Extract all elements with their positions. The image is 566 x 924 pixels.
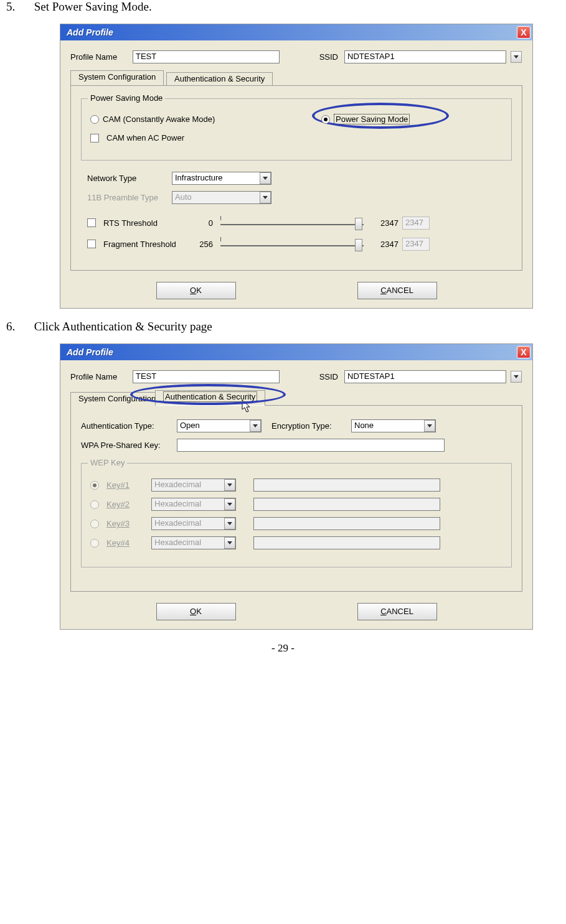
tab-system-configuration[interactable]: System Configuration [70, 70, 164, 86]
radio-psm-label: Power Saving Mode [334, 114, 410, 124]
step5-text: Set Power Saving Mode. [34, 0, 152, 13]
psm-group-legend: Power Saving Mode [88, 93, 165, 103]
auth-type-dropdown-button[interactable] [250, 420, 261, 432]
key1-label: Key#1 [106, 480, 148, 490]
key3-format-select: Hexadecimal [151, 517, 236, 530]
encryption-type-select[interactable]: None [351, 419, 436, 432]
tab-system-configuration[interactable]: System Configuration [70, 392, 164, 406]
key1-value-input [253, 478, 440, 492]
close-button[interactable]: X [517, 26, 531, 39]
key3-format-dropdown-button [224, 518, 235, 530]
authentication-type-select[interactable]: Open [177, 419, 262, 432]
title-bar: Add Profile X [60, 24, 532, 40]
radio-cam-label: CAM (Constantly Awake Mode) [103, 114, 215, 124]
network-type-label: Network Type [87, 174, 168, 183]
key2-value-input [253, 498, 440, 511]
close-button[interactable]: X [517, 346, 531, 358]
radio-key4 [90, 539, 99, 548]
radio-key2 [90, 500, 99, 509]
key4-format-dropdown-button [224, 537, 235, 549]
checkbox-fragment-threshold[interactable] [87, 240, 96, 248]
profile-name-input[interactable]: TEST [133, 370, 280, 383]
rts-threshold-slider[interactable] [220, 215, 364, 230]
add-profile-dialog-1: Add Profile X Profile Name TEST SSID NDT… [60, 24, 533, 309]
ssid-label: SSID [311, 52, 338, 62]
key3-label: Key#3 [106, 519, 148, 528]
profile-name-label: Profile Name [70, 52, 126, 62]
ssid-label: SSID [311, 372, 338, 381]
cam-ac-power-label: CAM when AC Power [106, 133, 184, 142]
authentication-security-panel: Authentication Type: Open Encryption Typ… [70, 405, 522, 592]
window-title: Add Profile [67, 347, 113, 357]
step6-text: Click Authentication & Security page [34, 320, 212, 333]
frag-value-label: 2347 [371, 240, 399, 249]
frag-value-box: 2347 [402, 238, 430, 251]
key4-value-input [253, 536, 440, 549]
key3-value-input [253, 517, 440, 530]
network-type-select[interactable]: Infrastructure [172, 172, 271, 185]
authentication-type-label: Authentication Type: [81, 421, 172, 431]
key2-format-dropdown-button [224, 498, 235, 510]
fragment-threshold-slider[interactable] [220, 236, 364, 251]
cancel-button[interactable]: CANCEL [357, 603, 437, 620]
rts-min-label: 0 [186, 218, 213, 228]
wpa-psk-label: WPA Pre-Shared Key: [81, 441, 172, 450]
frag-min-label: 256 [186, 240, 213, 249]
ssid-input[interactable]: NDTESTAP1 [344, 370, 506, 383]
key4-format-select: Hexadecimal [151, 536, 236, 549]
key4-label: Key#4 [106, 538, 148, 548]
key2-format-select: Hexadecimal [151, 498, 236, 511]
network-type-dropdown-button[interactable] [260, 172, 271, 184]
wep-group-legend: WEP Key [88, 458, 127, 467]
encryption-type-label: Encryption Type: [271, 421, 346, 431]
ok-button[interactable]: OK [156, 282, 236, 299]
radio-cam[interactable] [90, 115, 99, 124]
window-title: Add Profile [67, 27, 113, 37]
rts-value-box: 2347 [402, 217, 430, 230]
radio-power-saving-mode[interactable] [321, 115, 330, 124]
wep-key-group: WEP Key Key#1 Hexadecimal Key#2 Hexadeci… [81, 463, 512, 567]
add-profile-dialog-2: Add Profile X Profile Name TEST SSID NDT… [60, 343, 533, 630]
ok-button[interactable]: OK [156, 603, 236, 620]
rts-threshold-label: RTS Threshold [103, 218, 182, 228]
cancel-button[interactable]: CANCEL [357, 282, 437, 299]
checkbox-cam-ac-power[interactable] [90, 134, 99, 142]
page-number: - 29 - [6, 642, 560, 655]
checkbox-rts-threshold[interactable] [87, 218, 96, 227]
ssid-dropdown-button[interactable] [511, 51, 522, 63]
radio-key3 [90, 520, 99, 528]
wpa-psk-input[interactable] [177, 439, 445, 452]
preamble-type-label: 11B Preamble Type [87, 193, 168, 202]
key1-format-dropdown-button [224, 479, 235, 491]
fragment-threshold-label: Fragment Threshold [103, 240, 182, 249]
ssid-dropdown-button[interactable] [511, 371, 522, 383]
power-saving-mode-group: Power Saving Mode CAM (Constantly Awake … [81, 98, 512, 161]
tab-authentication-security[interactable]: Authentication & Security [155, 390, 265, 406]
key1-format-select: Hexadecimal [151, 478, 236, 492]
step6-number: 6. [6, 320, 31, 334]
ssid-input[interactable]: NDTESTAP1 [344, 50, 506, 63]
profile-name-label: Profile Name [70, 372, 126, 381]
rts-value-label: 2347 [371, 218, 399, 228]
tab-authsec-label: Authentication & Security [163, 391, 257, 402]
title-bar: Add Profile X [60, 344, 532, 360]
radio-key1 [90, 481, 99, 490]
key2-label: Key#2 [106, 500, 148, 509]
step5-number: 5. [6, 0, 31, 14]
system-configuration-panel: Power Saving Mode CAM (Constantly Awake … [70, 85, 522, 271]
enc-type-dropdown-button[interactable] [424, 420, 435, 432]
tab-authentication-security[interactable]: Authentication & Security [166, 72, 273, 86]
preamble-type-select: Auto [172, 191, 271, 204]
preamble-dropdown-button [260, 192, 271, 203]
profile-name-input[interactable]: TEST [133, 50, 280, 63]
